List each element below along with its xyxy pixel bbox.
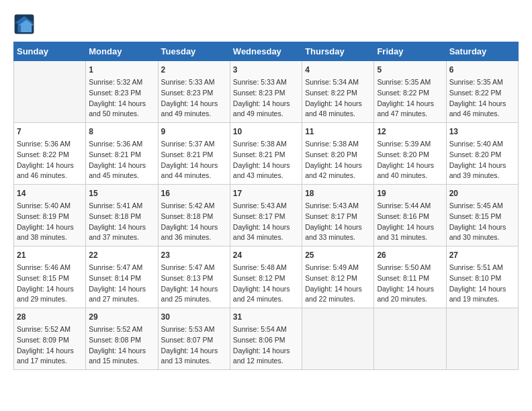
week-row-1: 1Sunrise: 5:32 AM Sunset: 8:23 PM Daylig… bbox=[14, 61, 519, 123]
cell-content: Sunrise: 5:35 AM Sunset: 8:22 PM Dayligh… bbox=[377, 77, 443, 120]
calendar-cell: 8Sunrise: 5:36 AM Sunset: 8:21 PM Daylig… bbox=[86, 123, 158, 185]
cell-content: Sunrise: 5:44 AM Sunset: 8:16 PM Dayligh… bbox=[377, 201, 443, 243]
header-tuesday: Tuesday bbox=[158, 42, 230, 61]
calendar-cell: 20Sunrise: 5:45 AM Sunset: 8:15 PM Dayli… bbox=[446, 185, 518, 246]
cell-content: Sunrise: 5:38 AM Sunset: 8:21 PM Dayligh… bbox=[233, 139, 299, 181]
calendar-cell: 1Sunrise: 5:32 AM Sunset: 8:23 PM Daylig… bbox=[86, 61, 158, 123]
day-number: 25 bbox=[305, 249, 371, 261]
cell-content: Sunrise: 5:47 AM Sunset: 8:14 PM Dayligh… bbox=[89, 263, 154, 305]
calendar-cell: 12Sunrise: 5:39 AM Sunset: 8:20 PM Dayli… bbox=[374, 123, 446, 185]
day-number: 18 bbox=[305, 187, 371, 199]
calendar-cell: 28Sunrise: 5:52 AM Sunset: 8:09 PM Dayli… bbox=[14, 308, 86, 370]
calendar-cell: 21Sunrise: 5:46 AM Sunset: 8:15 PM Dayli… bbox=[14, 246, 86, 308]
calendar-cell bbox=[446, 308, 518, 370]
calendar-cell: 7Sunrise: 5:36 AM Sunset: 8:22 PM Daylig… bbox=[14, 123, 86, 185]
calendar-cell: 5Sunrise: 5:35 AM Sunset: 8:22 PM Daylig… bbox=[374, 61, 446, 123]
cell-content: Sunrise: 5:50 AM Sunset: 8:11 PM Dayligh… bbox=[377, 263, 443, 305]
calendar-cell bbox=[14, 61, 86, 123]
cell-content: Sunrise: 5:52 AM Sunset: 8:08 PM Dayligh… bbox=[89, 324, 154, 367]
cell-content: Sunrise: 5:37 AM Sunset: 8:21 PM Dayligh… bbox=[161, 139, 227, 181]
calendar-cell: 18Sunrise: 5:43 AM Sunset: 8:17 PM Dayli… bbox=[302, 185, 374, 246]
day-number: 29 bbox=[89, 311, 154, 323]
day-number: 1 bbox=[89, 64, 154, 76]
calendar-cell: 6Sunrise: 5:35 AM Sunset: 8:22 PM Daylig… bbox=[446, 61, 518, 123]
day-number: 20 bbox=[449, 187, 515, 199]
header-saturday: Saturday bbox=[446, 42, 518, 61]
header-friday: Friday bbox=[374, 42, 446, 61]
calendar-cell: 25Sunrise: 5:49 AM Sunset: 8:12 PM Dayli… bbox=[302, 246, 374, 308]
day-number: 6 bbox=[449, 64, 515, 76]
day-number: 11 bbox=[305, 126, 371, 138]
cell-content: Sunrise: 5:43 AM Sunset: 8:17 PM Dayligh… bbox=[305, 201, 371, 243]
cell-content: Sunrise: 5:36 AM Sunset: 8:22 PM Dayligh… bbox=[17, 139, 83, 181]
calendar-table: SundayMondayTuesdayWednesdayThursdayFrid… bbox=[13, 42, 519, 370]
calendar-cell: 2Sunrise: 5:33 AM Sunset: 8:23 PM Daylig… bbox=[158, 61, 230, 123]
day-number: 5 bbox=[377, 64, 443, 76]
cell-content: Sunrise: 5:43 AM Sunset: 8:17 PM Dayligh… bbox=[233, 201, 299, 243]
cell-content: Sunrise: 5:51 AM Sunset: 8:10 PM Dayligh… bbox=[449, 263, 515, 305]
cell-content: Sunrise: 5:38 AM Sunset: 8:20 PM Dayligh… bbox=[305, 139, 371, 181]
day-number: 26 bbox=[377, 249, 443, 261]
cell-content: Sunrise: 5:33 AM Sunset: 8:23 PM Dayligh… bbox=[233, 77, 299, 120]
header-monday: Monday bbox=[86, 42, 158, 61]
calendar-cell: 24Sunrise: 5:48 AM Sunset: 8:12 PM Dayli… bbox=[230, 246, 302, 308]
day-number: 10 bbox=[233, 126, 299, 138]
calendar-cell: 26Sunrise: 5:50 AM Sunset: 8:11 PM Dayli… bbox=[374, 246, 446, 308]
calendar-cell: 23Sunrise: 5:47 AM Sunset: 8:13 PM Dayli… bbox=[158, 246, 230, 308]
cell-content: Sunrise: 5:33 AM Sunset: 8:23 PM Dayligh… bbox=[161, 77, 227, 120]
day-number: 8 bbox=[89, 126, 154, 138]
cell-content: Sunrise: 5:40 AM Sunset: 8:19 PM Dayligh… bbox=[17, 201, 83, 243]
calendar-cell bbox=[374, 308, 446, 370]
calendar-cell: 10Sunrise: 5:38 AM Sunset: 8:21 PM Dayli… bbox=[230, 123, 302, 185]
cell-content: Sunrise: 5:42 AM Sunset: 8:18 PM Dayligh… bbox=[161, 201, 227, 243]
cell-content: Sunrise: 5:35 AM Sunset: 8:22 PM Dayligh… bbox=[449, 77, 515, 120]
day-number: 15 bbox=[89, 187, 154, 199]
day-number: 14 bbox=[17, 187, 83, 199]
day-number: 28 bbox=[17, 311, 83, 323]
logo bbox=[13, 13, 38, 35]
day-number: 4 bbox=[305, 64, 371, 76]
calendar-cell: 22Sunrise: 5:47 AM Sunset: 8:14 PM Dayli… bbox=[86, 246, 158, 308]
calendar-cell: 30Sunrise: 5:53 AM Sunset: 8:07 PM Dayli… bbox=[158, 308, 230, 370]
day-number: 23 bbox=[161, 249, 227, 261]
day-number: 9 bbox=[161, 126, 227, 138]
cell-content: Sunrise: 5:41 AM Sunset: 8:18 PM Dayligh… bbox=[89, 201, 154, 243]
calendar-cell: 11Sunrise: 5:38 AM Sunset: 8:20 PM Dayli… bbox=[302, 123, 374, 185]
calendar-cell: 29Sunrise: 5:52 AM Sunset: 8:08 PM Dayli… bbox=[86, 308, 158, 370]
calendar-cell: 3Sunrise: 5:33 AM Sunset: 8:23 PM Daylig… bbox=[230, 61, 302, 123]
cell-content: Sunrise: 5:54 AM Sunset: 8:06 PM Dayligh… bbox=[233, 324, 299, 367]
calendar-cell: 16Sunrise: 5:42 AM Sunset: 8:18 PM Dayli… bbox=[158, 185, 230, 246]
cell-content: Sunrise: 5:49 AM Sunset: 8:12 PM Dayligh… bbox=[305, 263, 371, 305]
day-number: 3 bbox=[233, 64, 299, 76]
cell-content: Sunrise: 5:45 AM Sunset: 8:15 PM Dayligh… bbox=[449, 201, 515, 243]
calendar-cell: 14Sunrise: 5:40 AM Sunset: 8:19 PM Dayli… bbox=[14, 185, 86, 246]
header-wednesday: Wednesday bbox=[230, 42, 302, 61]
cell-content: Sunrise: 5:39 AM Sunset: 8:20 PM Dayligh… bbox=[377, 139, 443, 181]
cell-content: Sunrise: 5:36 AM Sunset: 8:21 PM Dayligh… bbox=[89, 139, 154, 181]
cell-content: Sunrise: 5:48 AM Sunset: 8:12 PM Dayligh… bbox=[233, 263, 299, 305]
cell-content: Sunrise: 5:40 AM Sunset: 8:20 PM Dayligh… bbox=[449, 139, 515, 181]
logo-icon bbox=[13, 13, 35, 35]
day-number: 21 bbox=[17, 249, 83, 261]
calendar-cell: 27Sunrise: 5:51 AM Sunset: 8:10 PM Dayli… bbox=[446, 246, 518, 308]
page-header bbox=[13, 13, 519, 35]
day-number: 16 bbox=[161, 187, 227, 199]
day-number: 13 bbox=[449, 126, 515, 138]
day-number: 30 bbox=[161, 311, 227, 323]
day-number: 27 bbox=[449, 249, 515, 261]
day-number: 17 bbox=[233, 187, 299, 199]
cell-content: Sunrise: 5:46 AM Sunset: 8:15 PM Dayligh… bbox=[17, 263, 83, 305]
calendar-cell: 31Sunrise: 5:54 AM Sunset: 8:06 PM Dayli… bbox=[230, 308, 302, 370]
calendar-cell: 19Sunrise: 5:44 AM Sunset: 8:16 PM Dayli… bbox=[374, 185, 446, 246]
header-thursday: Thursday bbox=[302, 42, 374, 61]
day-number: 7 bbox=[17, 126, 83, 138]
cell-content: Sunrise: 5:52 AM Sunset: 8:09 PM Dayligh… bbox=[17, 324, 83, 367]
day-number: 31 bbox=[233, 311, 299, 323]
week-row-3: 14Sunrise: 5:40 AM Sunset: 8:19 PM Dayli… bbox=[14, 185, 519, 246]
day-number: 2 bbox=[161, 64, 227, 76]
cell-content: Sunrise: 5:47 AM Sunset: 8:13 PM Dayligh… bbox=[161, 263, 227, 305]
day-number: 12 bbox=[377, 126, 443, 138]
cell-content: Sunrise: 5:32 AM Sunset: 8:23 PM Dayligh… bbox=[89, 77, 154, 120]
day-number: 24 bbox=[233, 249, 299, 261]
cell-content: Sunrise: 5:53 AM Sunset: 8:07 PM Dayligh… bbox=[161, 324, 227, 367]
